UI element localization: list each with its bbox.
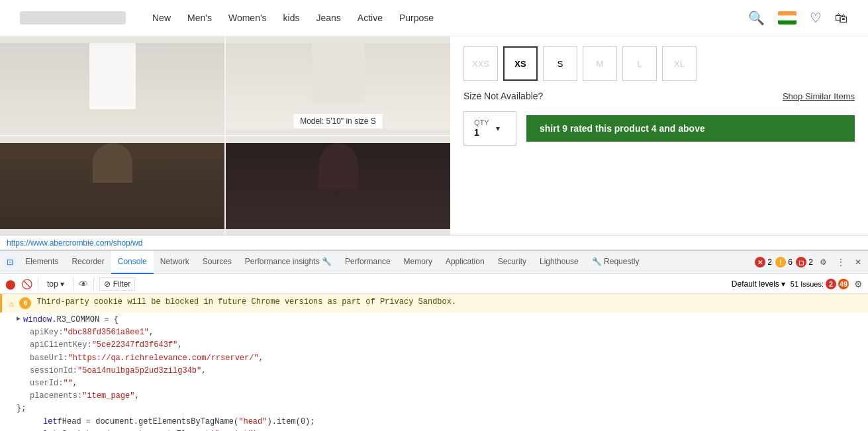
tab-performance-insights[interactable]: Performance insights 🔧	[238, 251, 338, 274]
tab-security[interactable]: Security	[491, 251, 533, 274]
cart-icon[interactable]: 🛍	[835, 11, 848, 26]
eye-icon[interactable]: 👁	[79, 279, 88, 289]
info-badge: ◻ 2	[796, 257, 813, 267]
filter-icon: ⊘	[104, 279, 111, 289]
devtools-inspect-icon[interactable]: ⊡	[3, 256, 17, 269]
code-string: ""	[63, 377, 72, 390]
code-keyword: let	[43, 428, 58, 431]
nav-icons: 🔍 ♡ 🛍	[748, 10, 848, 26]
qty-label: QTY	[474, 119, 489, 126]
code-line-4: baseUrl: "https://qa.richrelevance.com/r…	[17, 352, 861, 365]
console-output[interactable]: ⚠ 6 Third-party cookie will be blocked i…	[0, 294, 868, 431]
default-levels-dropdown[interactable]: Default levels ▾	[732, 279, 785, 289]
product-images: Model: 5'10" in size S	[0, 36, 450, 235]
code-string: "script"	[215, 428, 253, 431]
context-dropdown-arrow: ▾	[60, 279, 64, 289]
warning-badge: ! 6	[775, 257, 793, 267]
context-label: top	[47, 279, 58, 289]
devtools-settings-icon[interactable]: ⚙	[854, 279, 863, 289]
code-string: "5oa14nulbga5p2ud3zilg34b"	[77, 365, 201, 377]
tab-performance[interactable]: Performance	[338, 251, 397, 274]
devtools-tab-icons: ✕ 2 ! 6 ◻ 2 ⚙ ⋮ ✕	[755, 256, 865, 268]
nav-link-mens[interactable]: Men's	[187, 13, 212, 23]
size-l[interactable]: L	[622, 46, 657, 81]
filter-button[interactable]: ⊘ Filter	[99, 277, 136, 291]
devtools-tabs: ⊡ Elements Recorder Console Network Sour…	[0, 251, 868, 274]
product-sidebar: XXS XS S M L XL Size Not Available? Shop…	[450, 36, 868, 235]
code-line-8: };	[17, 403, 861, 415]
tab-network[interactable]: Network	[154, 251, 196, 274]
size-m[interactable]: M	[583, 46, 617, 81]
more-options-button[interactable]: ⋮	[834, 256, 848, 268]
nav-link-womens[interactable]: Women's	[228, 13, 267, 23]
tab-recorder[interactable]: Recorder	[65, 251, 111, 274]
code-line-6: userId: "",	[17, 377, 861, 390]
nav-link-jeans[interactable]: Jeans	[316, 13, 341, 23]
search-icon[interactable]: 🔍	[748, 10, 765, 26]
nav-link-new[interactable]: New	[152, 13, 171, 23]
product-image-3	[0, 136, 224, 235]
code-keyword: window	[23, 314, 52, 326]
error-count: 2	[767, 258, 772, 267]
issues-badge[interactable]: 51 Issues: 2 49	[791, 279, 849, 289]
tab-console[interactable]: Console	[111, 251, 154, 274]
size-not-available-text: Size Not Available?	[463, 91, 543, 101]
code-text: };	[17, 403, 26, 415]
default-levels-label: Default levels	[732, 279, 779, 289]
expand-arrow[interactable]: ▶	[17, 314, 21, 324]
qty-dropdown-arrow[interactable]: ▾	[496, 124, 500, 133]
size-xs[interactable]: XS	[503, 46, 538, 81]
nav-link-purpose[interactable]: Purpose	[399, 13, 434, 23]
url-bar: https://www.abercrombie.com/shop/wd	[0, 235, 868, 250]
flag-icon[interactable]	[778, 11, 796, 24]
issues-errors-badge: 2	[826, 279, 836, 289]
tab-application[interactable]: Application	[439, 251, 491, 274]
tab-elements[interactable]: Elements	[19, 251, 65, 274]
info-icon: ◻	[796, 257, 806, 267]
clear-console-icon[interactable]: 🚫	[21, 279, 32, 289]
console-code-block: ▶ window.R3_COMMON = { apiKey: "dbc88fd3…	[0, 312, 868, 431]
product-image-1	[0, 36, 224, 135]
tab-sources[interactable]: Sources	[196, 251, 238, 274]
context-selector[interactable]: top ▾	[44, 278, 68, 290]
close-devtools-button[interactable]: ✕	[851, 256, 865, 268]
code-string: "head"	[238, 416, 267, 428]
warning-count: 6	[788, 258, 793, 267]
size-options: XXS XS S M L XL	[463, 46, 855, 81]
code-comma: ,	[73, 377, 77, 390]
size-xxs[interactable]: XXS	[463, 46, 498, 81]
tab-memory[interactable]: Memory	[397, 251, 439, 274]
nav-link-kids[interactable]: kids	[283, 13, 300, 23]
qty-selector[interactable]: QTY 1 ▾	[463, 111, 516, 146]
nav-link-active[interactable]: Active	[358, 13, 383, 23]
code-text: sessionId:	[30, 365, 77, 377]
code-text: apiKey:	[30, 326, 63, 339]
code-line-2: apiKey: "dbc88fd3561a8ee1",	[17, 326, 861, 339]
size-xl[interactable]: XL	[662, 46, 697, 81]
code-comma: ,	[134, 390, 139, 403]
tab-requestly[interactable]: 🔧 Requestly	[585, 251, 646, 274]
code-string: "5ce22347fd3f643f"	[92, 339, 178, 352]
shop-similar-link[interactable]: Shop Similar Items	[783, 91, 855, 101]
code-text: placements:	[30, 390, 82, 403]
model-size-label: Model: 5'10" in size S	[293, 114, 383, 128]
code-text: apiClientKey:	[30, 339, 92, 352]
warning-message: Third-party cookie will be blocked in fu…	[36, 297, 456, 307]
code-line-3: apiClientKey: "5ce22347fd3f643f",	[17, 339, 861, 352]
size-s[interactable]: S	[543, 46, 577, 81]
settings-button[interactable]: ⚙	[816, 256, 830, 268]
wishlist-icon[interactable]: ♡	[810, 10, 822, 26]
code-string: "https://qa.richrelevance.com/rrserver/"	[68, 352, 259, 365]
error-icon: ✕	[755, 257, 765, 267]
top-navigation: New Men's Women's kids Jeans Active Purp…	[0, 0, 868, 36]
code-keyword: let	[43, 416, 58, 428]
warning-triangle-icon: ⚠	[9, 298, 14, 309]
issues-count-label: 51 Issues:	[791, 280, 824, 288]
site-logo	[20, 11, 126, 24]
code-text: fHead = document.getElementsByTagName(	[58, 416, 239, 428]
console-warning-row: ⚠ 6 Third-party cookie will be blocked i…	[0, 294, 868, 312]
code-text: userId:	[30, 377, 63, 390]
stop-recording-icon[interactable]: ⬤	[5, 279, 16, 289]
tab-lighthouse[interactable]: Lighthouse	[533, 251, 585, 274]
code-text: cScript = document.createElement(	[58, 428, 215, 431]
